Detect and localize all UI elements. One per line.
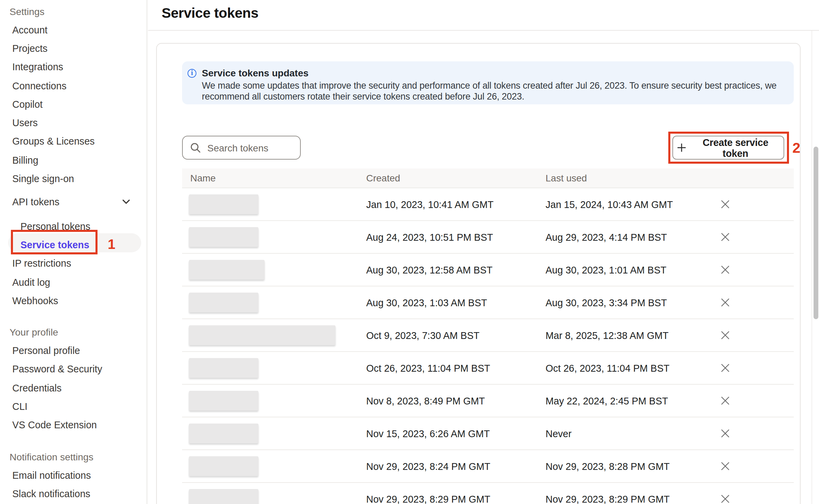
- sidebar-item-label: Password & Security: [12, 364, 102, 375]
- banner-body: We made some updates that improve the se…: [202, 80, 778, 102]
- sidebar-item-label: Audit log: [12, 277, 50, 287]
- sidebar-item-label: Account: [12, 24, 47, 35]
- token-created-date: Nov 29, 2023, 8:29 PM GMT: [366, 493, 546, 504]
- sidebar-item-api-tokens[interactable]: API tokens: [0, 193, 147, 211]
- sidebar-item-groups-licenses[interactable]: Groups & Licenses: [0, 132, 147, 151]
- title-divider: [148, 30, 819, 31]
- delete-token-button[interactable]: [717, 262, 732, 277]
- scrollbar-thumb[interactable]: [814, 147, 818, 319]
- delete-token-button[interactable]: [717, 491, 732, 504]
- sidebar-item-credentials[interactable]: Credentials: [0, 379, 147, 397]
- delete-token-button[interactable]: [717, 360, 732, 375]
- sidebar-item-label: Connections: [12, 80, 66, 91]
- sidebar-item-personal-profile[interactable]: Personal profile: [0, 341, 147, 360]
- sidebar-item-slack-notifications[interactable]: Slack notifications: [0, 484, 147, 503]
- sidebar-item-password-security[interactable]: Password & Security: [0, 360, 147, 379]
- token-created-date: Oct 26, 2023, 11:04 PM BST: [366, 362, 546, 373]
- search-icon: [190, 143, 200, 153]
- sidebar-item-ip-restrictions[interactable]: IP restrictions: [0, 254, 147, 273]
- delete-token-button[interactable]: [717, 328, 732, 343]
- table-row: Jan 10, 2023, 10:41 AM GMTJan 15, 2024, …: [182, 188, 794, 221]
- sidebar-item-label: Personal profile: [12, 345, 80, 356]
- sidebar-item-single-sign-on[interactable]: Single sign-on: [0, 169, 147, 188]
- sidebar-item-cli[interactable]: CLI: [0, 397, 147, 416]
- table-header-row: Name Created Last used: [182, 168, 794, 188]
- close-icon: [720, 494, 729, 503]
- sidebar-item-integrations[interactable]: Integrations: [0, 58, 147, 76]
- delete-token-button[interactable]: [717, 229, 732, 244]
- column-header-last-used: Last used: [546, 173, 718, 183]
- close-icon: [720, 200, 729, 209]
- table-row: Aug 30, 2023, 12:58 AM BSTAug 30, 2023, …: [182, 254, 794, 286]
- token-last-used-date: Mar 8, 2025, 12:38 AM GMT: [546, 330, 718, 341]
- sidebar-item-account[interactable]: Account: [0, 20, 147, 39]
- sidebar-item-connections[interactable]: Connections: [0, 76, 147, 95]
- token-last-used-date: Aug 30, 2023, 1:01 AM BST: [546, 264, 718, 275]
- table-row: Nov 29, 2023, 8:29 PM GMTNov 29, 2023, 8…: [182, 483, 794, 504]
- sidebar-section-your-profile: Your profile: [10, 325, 147, 340]
- close-icon: [720, 364, 729, 372]
- token-last-used-date: Never: [546, 428, 718, 439]
- search-input[interactable]: [206, 142, 297, 154]
- app-window: SettingsAccountProjectsIntegrationsConne…: [0, 0, 819, 504]
- table-row: Nov 29, 2023, 8:24 PM GMTNov 29, 2023, 8…: [182, 450, 794, 483]
- token-created-date: Aug 24, 2023, 10:51 PM BST: [366, 232, 546, 242]
- column-header-name: Name: [182, 173, 366, 183]
- sidebar-item-label: Webhooks: [12, 295, 58, 306]
- scrollbar-track[interactable]: [811, 31, 819, 504]
- sidebar-item-email-notifications[interactable]: Email notifications: [0, 466, 147, 485]
- table-row: Nov 8, 2023, 8:49 PM GMTMay 22, 2024, 2:…: [182, 385, 794, 417]
- delete-token-button[interactable]: [717, 295, 732, 310]
- delete-token-button[interactable]: [717, 393, 732, 408]
- token-created-date: Jan 10, 2023, 10:41 AM GMT: [366, 199, 546, 210]
- sidebar-item-billing[interactable]: Billing: [0, 151, 147, 169]
- column-header-created: Created: [366, 173, 546, 183]
- plus-icon: [677, 143, 686, 152]
- sidebar-item-label: Copilot: [12, 99, 43, 110]
- token-name-redacted-placeholder: [189, 456, 258, 476]
- sidebar-item-audit-log[interactable]: Audit log: [0, 273, 147, 292]
- sidebar-item-label: Groups & Licenses: [12, 136, 95, 147]
- delete-token-button[interactable]: [717, 459, 732, 474]
- sidebar-item-users[interactable]: Users: [0, 114, 147, 132]
- delete-token-button[interactable]: [717, 426, 732, 441]
- token-created-date: Nov 15, 2023, 6:26 AM GMT: [366, 428, 546, 439]
- sidebar-item-service-tokens[interactable]: Service tokens1: [0, 236, 147, 254]
- table-body: Jan 10, 2023, 10:41 AM GMTJan 15, 2024, …: [182, 188, 794, 504]
- sidebar-item-label: CLI: [12, 401, 28, 412]
- sidebar-item-label: Integrations: [12, 61, 63, 72]
- token-last-used-date: May 22, 2024, 2:45 PM BST: [546, 395, 718, 406]
- service-tokens-table: Name Created Last used Jan 10, 2023, 10:…: [182, 168, 794, 504]
- token-last-used-date: Oct 26, 2023, 11:04 PM BST: [546, 362, 718, 373]
- token-name-redacted-placeholder: [189, 293, 258, 312]
- token-last-used-date: Nov 29, 2023, 8:29 PM GMT: [546, 493, 718, 504]
- token-last-used-date: Nov 29, 2023, 8:28 PM GMT: [546, 461, 718, 472]
- info-banner: i Service tokens updates We made some up…: [182, 61, 794, 104]
- token-name-redacted-placeholder: [189, 194, 258, 214]
- sidebar-item-label: Users: [12, 117, 38, 128]
- sidebar-section-notification-settings: Notification settings: [10, 449, 147, 464]
- create-service-token-button[interactable]: Create service token: [672, 136, 784, 160]
- token-name-redacted-placeholder: [189, 489, 258, 504]
- delete-token-button[interactable]: [717, 197, 732, 212]
- token-last-used-date: Jan 15, 2024, 10:43 AM GMT: [546, 199, 718, 210]
- close-icon: [720, 265, 729, 274]
- service-tokens-card: i Service tokens updates We made some up…: [156, 43, 801, 504]
- settings-sidebar: SettingsAccountProjectsIntegrationsConne…: [0, 0, 147, 504]
- sidebar-item-copilot[interactable]: Copilot: [0, 95, 147, 114]
- annotation-number-1: 1: [108, 237, 115, 252]
- sidebar-item-label: Slack notifications: [12, 488, 90, 499]
- sidebar-item-projects[interactable]: Projects: [0, 39, 147, 58]
- token-created-date: Oct 9, 2023, 7:30 AM BST: [366, 330, 546, 341]
- create-service-token-label: Create service token: [691, 137, 779, 159]
- search-tokens-box[interactable]: [182, 136, 301, 160]
- sidebar-item-vs-code-extension[interactable]: VS Code Extension: [0, 416, 147, 434]
- sidebar-item-webhooks[interactable]: Webhooks: [0, 291, 147, 310]
- table-row: Aug 24, 2023, 10:51 PM BSTAug 29, 2023, …: [182, 221, 794, 254]
- token-created-date: Nov 8, 2023, 8:49 PM GMT: [366, 395, 546, 406]
- sidebar-item-label: IP restrictions: [12, 258, 71, 269]
- token-name-redacted-placeholder: [189, 358, 258, 378]
- annotation-box-step-1: [11, 230, 98, 255]
- sidebar-item-label: Email notifications: [12, 470, 91, 480]
- sidebar-item-label: API tokens: [12, 197, 59, 208]
